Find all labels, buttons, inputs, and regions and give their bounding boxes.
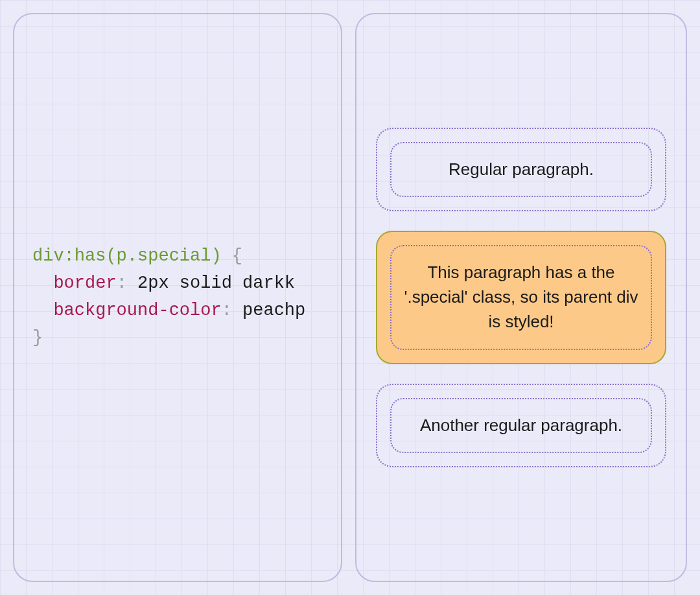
css-property-border: border [53,274,116,293]
css-property-background: background-color [53,301,221,320]
close-brace: } [32,328,43,347]
preview-panel: Regular paragraph. This paragraph has a … [355,13,687,582]
paragraph-special: This paragraph has a the '.special' clas… [390,245,652,349]
css-selector: div:has(p.special) [32,246,222,266]
example-box-regular-1: Regular paragraph. [376,128,666,212]
css-value-border: 2px solid darkk [137,274,295,293]
css-value-background: peachp [242,301,305,320]
code-panel: div:has(p.special) { border: 2px solid d… [13,13,342,582]
paragraph-regular-1: Regular paragraph. [390,142,652,198]
example-box-regular-2: Another regular paragraph. [376,384,666,468]
css-code-block: div:has(p.special) { border: 2px solid d… [32,243,305,351]
paragraph-regular-2: Another regular paragraph. [390,398,652,454]
open-brace: { [222,246,242,266]
example-box-special: This paragraph has a the '.special' clas… [376,231,666,364]
